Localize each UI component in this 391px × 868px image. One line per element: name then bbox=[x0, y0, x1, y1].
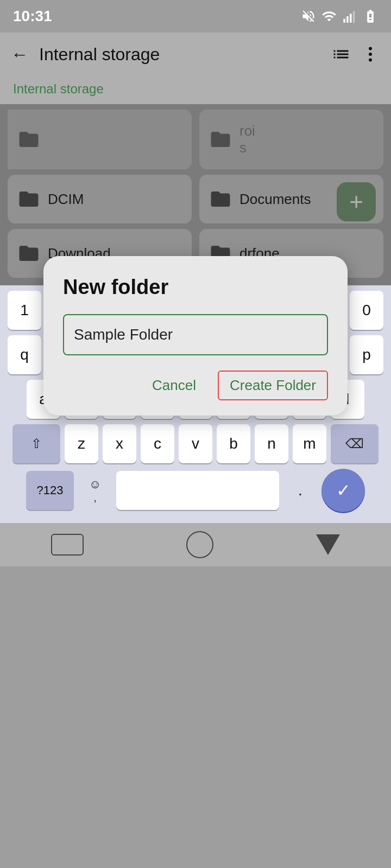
status-time: 10:31 bbox=[13, 8, 52, 25]
svg-rect-0 bbox=[343, 19, 345, 23]
key-x[interactable]: x bbox=[103, 424, 136, 463]
battery-icon bbox=[363, 9, 378, 24]
svg-rect-3 bbox=[353, 11, 355, 23]
app-bar: ← Internal storage bbox=[0, 33, 391, 76]
mute-icon bbox=[301, 9, 316, 24]
shift-key[interactable]: ⇧ bbox=[12, 424, 60, 463]
backspace-key[interactable]: ⌫ bbox=[331, 424, 379, 463]
key-c[interactable]: c bbox=[141, 424, 174, 463]
signal-icon bbox=[342, 9, 357, 24]
key-b[interactable]: b bbox=[217, 424, 250, 463]
new-folder-dialog: New folder Cancel Create Folder bbox=[43, 256, 348, 416]
svg-point-5 bbox=[369, 53, 372, 56]
create-folder-button[interactable]: Create Folder bbox=[218, 371, 328, 400]
key-p[interactable]: p bbox=[350, 335, 383, 374]
back-nav-button[interactable] bbox=[316, 534, 340, 555]
navigation-bar bbox=[0, 523, 391, 566]
folder-name-input[interactable] bbox=[63, 314, 328, 355]
key-z[interactable]: z bbox=[65, 424, 98, 463]
content-section: rois DCIM Documents + Download bbox=[0, 104, 391, 285]
key-0[interactable]: 0 bbox=[350, 291, 383, 330]
key-n[interactable]: n bbox=[255, 424, 288, 463]
breadcrumb: Internal storage bbox=[13, 81, 104, 96]
key-v[interactable]: v bbox=[179, 424, 212, 463]
emoji-key[interactable]: ☺ , bbox=[78, 471, 112, 510]
dialog-overlay: New folder Cancel Create Folder bbox=[0, 104, 391, 285]
dialog-title: New folder bbox=[63, 276, 328, 299]
recents-button[interactable] bbox=[51, 534, 84, 556]
space-key[interactable] bbox=[116, 471, 279, 510]
svg-point-6 bbox=[369, 59, 372, 62]
keyboard-row-bottom: ?123 ☺ , . ✓ bbox=[3, 469, 388, 512]
status-bar: 10:31 bbox=[0, 0, 391, 33]
breadcrumb-bar: Internal storage bbox=[0, 76, 391, 104]
wifi-icon bbox=[321, 9, 337, 24]
dialog-actions: Cancel Create Folder bbox=[63, 371, 328, 400]
app-bar-actions bbox=[331, 44, 380, 64]
svg-rect-1 bbox=[346, 16, 349, 23]
cancel-button[interactable]: Cancel bbox=[143, 372, 205, 399]
period-key[interactable]: . bbox=[283, 471, 317, 510]
svg-rect-2 bbox=[350, 14, 352, 22]
key-q[interactable]: q bbox=[8, 335, 41, 374]
sym-key[interactable]: ?123 bbox=[26, 471, 74, 510]
app-bar-title: Internal storage bbox=[39, 44, 320, 65]
back-button[interactable]: ← bbox=[11, 44, 28, 65]
svg-point-4 bbox=[369, 47, 372, 50]
status-icons bbox=[301, 9, 378, 24]
home-button[interactable] bbox=[186, 531, 213, 558]
keyboard-row-zxcv: ⇧ z x c v b n m ⌫ bbox=[3, 424, 388, 463]
key-m[interactable]: m bbox=[293, 424, 326, 463]
key-1[interactable]: 1 bbox=[8, 291, 41, 330]
keyboard-bottom-spacer bbox=[3, 518, 388, 523]
list-view-icon[interactable] bbox=[331, 44, 351, 64]
enter-key[interactable]: ✓ bbox=[321, 469, 365, 512]
more-options-icon[interactable] bbox=[361, 44, 380, 64]
